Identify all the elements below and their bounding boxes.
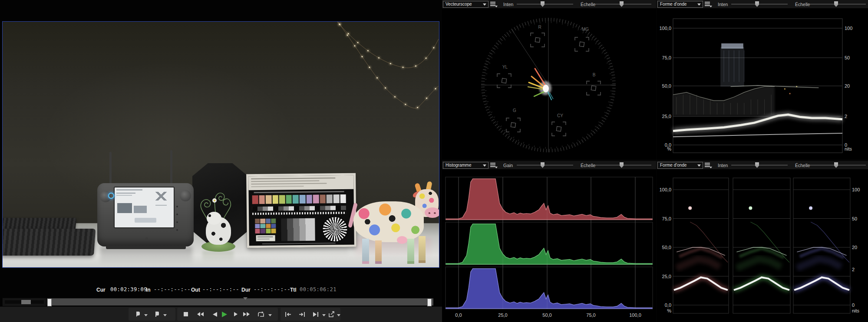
color-patch xyxy=(327,194,333,203)
checker-cell xyxy=(260,219,265,223)
cow-leg xyxy=(419,236,426,263)
playback-group xyxy=(177,308,278,321)
goto-in-button[interactable] xyxy=(282,309,294,320)
tick-label: B xyxy=(593,72,596,77)
tick-label: YL xyxy=(502,65,508,69)
tick-label: MG xyxy=(582,27,589,32)
stop-button[interactable] xyxy=(180,309,191,320)
dur-value: --:--:--:-- xyxy=(254,286,290,292)
loop-menu-chevron-icon[interactable] xyxy=(268,314,272,316)
color-patch xyxy=(286,195,292,204)
seek-handle-right[interactable] xyxy=(427,299,432,306)
export-chevron-icon[interactable] xyxy=(337,314,340,316)
play-reverse-icon xyxy=(212,312,218,317)
checker-cell xyxy=(271,219,276,223)
seek-bar[interactable] xyxy=(47,298,433,306)
color-patch xyxy=(272,195,278,204)
chart-color-patches xyxy=(252,194,346,204)
goto-out-icon xyxy=(299,312,305,317)
vectorscope-display: RMGYLBGCY xyxy=(442,0,656,160)
marker-icon xyxy=(135,311,141,317)
tick-label: 2 xyxy=(852,267,855,272)
tick-label: 100 xyxy=(852,187,860,192)
checker-cell xyxy=(266,223,271,228)
cow-udder xyxy=(397,236,407,244)
ttl-value: 00:05:06:21 xyxy=(300,286,337,292)
tick-label: 0,0 xyxy=(455,312,462,318)
goto-out-button[interactable] xyxy=(296,309,307,320)
shuttle-knob[interactable] xyxy=(21,300,31,304)
test-chart xyxy=(246,173,356,248)
tick-label: 50,0 xyxy=(662,245,671,250)
histogram-panel: Histogramme Gain Échelle 0,025,050,075,0… xyxy=(442,161,656,322)
checker-cell xyxy=(266,219,271,223)
loop-icon xyxy=(257,311,264,317)
chart-tick-strip xyxy=(252,212,346,215)
tick-label: % xyxy=(667,308,671,313)
preview-pane: Cur 00:02:39:09 In --:--:--:-- Out --:--… xyxy=(0,0,442,322)
step-forward-button[interactable] xyxy=(230,309,241,320)
play-button[interactable] xyxy=(219,309,230,320)
rewind-button[interactable] xyxy=(195,309,206,320)
in-label: In xyxy=(146,287,151,293)
waveform-display: 100,075,050,025,00,0%100502020nits xyxy=(657,0,868,160)
cow-leg xyxy=(407,239,414,264)
histogram-display: 0,025,050,075,0100,0 xyxy=(442,161,656,322)
vectorscope-panel: Vecteurscope Inten Échelle RMGYLBGCY xyxy=(442,0,656,160)
cow-body xyxy=(353,201,424,242)
in-value: --:--:--:-- xyxy=(154,286,191,292)
tick-label: 100 xyxy=(845,26,852,31)
color-patch xyxy=(333,194,340,203)
next-edit-button[interactable] xyxy=(310,309,321,320)
add-marker-button[interactable] xyxy=(132,309,143,320)
export-button[interactable] xyxy=(326,309,337,320)
dur-label: Dur xyxy=(241,287,251,293)
tick-label: 75,0 xyxy=(662,55,671,60)
color-patch xyxy=(259,195,265,204)
shuttle-control[interactable] xyxy=(2,298,46,306)
checker-cell xyxy=(266,229,271,233)
tick-label: 100,0 xyxy=(659,187,671,192)
fast-forward-button[interactable] xyxy=(241,309,252,320)
cow-figurine xyxy=(350,179,439,261)
tick-label: 2 xyxy=(845,114,847,119)
transport-bar xyxy=(0,306,442,322)
rewind-icon xyxy=(197,312,204,317)
tick-label: R xyxy=(538,25,541,30)
seek-center-marker xyxy=(243,297,248,300)
tick-label: 20 xyxy=(852,245,857,250)
tick-label: nits xyxy=(852,308,860,313)
color-patch xyxy=(279,195,285,204)
tick-label: 50,0 xyxy=(662,83,671,89)
flag-icon xyxy=(154,311,160,317)
add-flag-marker-button[interactable] xyxy=(151,309,162,320)
chart-step-blocks xyxy=(281,218,315,241)
next-edit-chevron-icon[interactable] xyxy=(322,314,326,316)
next-edit-icon xyxy=(313,312,319,317)
tick-label: 100,0 xyxy=(659,26,671,31)
marker-group xyxy=(129,308,175,321)
chart-header xyxy=(248,175,353,191)
figurine-head xyxy=(207,212,221,225)
cow-leg xyxy=(375,240,382,264)
color-patch xyxy=(300,195,306,204)
cow-leg xyxy=(362,239,369,264)
flag-menu-chevron-icon[interactable] xyxy=(163,314,167,316)
marker-menu-chevron-icon[interactable] xyxy=(144,314,148,316)
checker-cell xyxy=(261,224,265,229)
tick-label: 50,0 xyxy=(542,312,551,318)
fast-forward-icon xyxy=(243,312,250,317)
checker-cell xyxy=(255,224,260,229)
chart-info-box xyxy=(256,235,275,241)
goto-in-icon xyxy=(285,312,291,317)
seek-handle-left[interactable] xyxy=(47,299,52,306)
waveform-panel: Forme d'onde Inten Échelle 100,075,050,0… xyxy=(657,0,868,160)
tick-label: 20 xyxy=(845,83,850,89)
step-forward-icon xyxy=(234,312,238,317)
tick-label: 50 xyxy=(845,55,850,60)
loop-playback-button[interactable] xyxy=(255,309,267,320)
checker-cell xyxy=(255,219,260,223)
controller-power-ring xyxy=(108,193,114,199)
tick-label: % xyxy=(667,146,671,151)
tick-label: 75,0 xyxy=(662,216,671,221)
